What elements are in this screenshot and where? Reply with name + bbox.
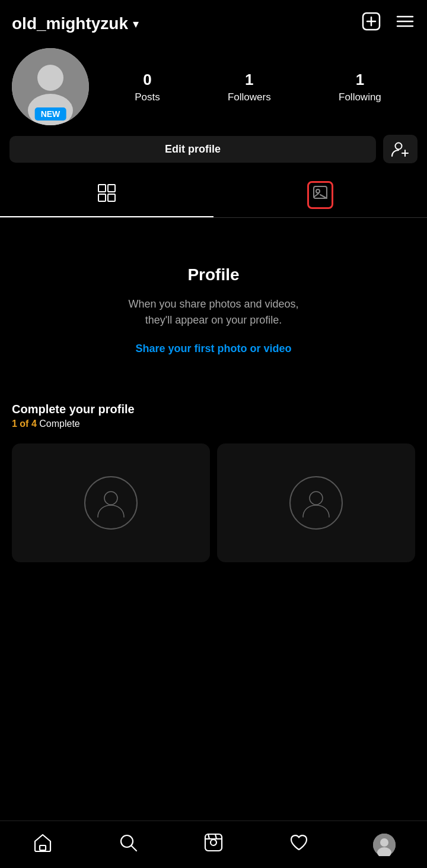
header-left: old_mightyzuk ▾: [12, 14, 139, 33]
stats-container: 0 Posts 1 Followers 1 Following: [101, 71, 415, 103]
tagged-icon: [307, 181, 333, 209]
svg-line-28: [208, 834, 209, 839]
search-icon: [118, 832, 138, 857]
nav-search[interactable]: [110, 827, 146, 863]
progress-colored: 1 of 4: [12, 419, 37, 429]
nav-heart[interactable]: [281, 827, 317, 863]
svg-point-20: [104, 492, 117, 505]
svg-rect-16: [314, 186, 327, 198]
following-stat[interactable]: 1 Following: [339, 71, 381, 103]
following-label: Following: [339, 91, 381, 103]
complete-profile-section: Complete your profile 1 of 4 Complete: [0, 391, 427, 443]
new-badge: NEW: [35, 107, 66, 121]
share-first-photo-link[interactable]: Share your first photo or video: [135, 343, 291, 355]
nav-profile[interactable]: [367, 827, 402, 863]
complete-profile-progress: 1 of 4 Complete: [12, 419, 415, 429]
svg-line-29: [215, 834, 216, 839]
profile-cards-row: [0, 443, 427, 562]
add-friend-button[interactable]: [383, 135, 418, 163]
bottom-nav: [0, 821, 427, 868]
posts-count: 0: [143, 71, 151, 89]
svg-rect-15: [108, 194, 115, 201]
svg-point-21: [310, 492, 323, 505]
complete-profile-title: Complete your profile: [12, 403, 415, 416]
menu-icon[interactable]: [395, 11, 415, 36]
tab-grid[interactable]: [0, 173, 214, 217]
chevron-down-icon[interactable]: ▾: [133, 17, 139, 31]
svg-rect-12: [98, 185, 106, 192]
profile-card-1[interactable]: [12, 443, 210, 562]
empty-state-title: Profile: [187, 265, 239, 284]
svg-point-17: [316, 189, 320, 193]
nav-reels[interactable]: [196, 827, 231, 863]
svg-rect-13: [108, 185, 115, 192]
svg-point-23: [121, 835, 133, 847]
reels-icon: [203, 832, 224, 857]
followers-count: 1: [245, 71, 253, 89]
add-post-icon[interactable]: [361, 11, 382, 36]
header: old_mightyzuk ▾: [0, 0, 427, 42]
buttons-row: Edit profile: [0, 135, 427, 173]
edit-profile-button[interactable]: Edit profile: [9, 136, 376, 163]
tabs-row: [0, 173, 427, 218]
empty-state-description: When you share photos and videos,they'll…: [128, 296, 298, 328]
card-avatar-icon-2: [289, 476, 343, 530]
svg-point-26: [211, 840, 216, 845]
posts-label: Posts: [135, 91, 160, 103]
svg-rect-25: [205, 834, 222, 851]
svg-point-31: [380, 838, 388, 847]
profile-card-2[interactable]: [217, 443, 415, 562]
svg-point-7: [37, 65, 63, 91]
progress-rest: Complete: [37, 419, 80, 429]
followers-stat[interactable]: 1 Followers: [228, 71, 271, 103]
heart-icon: [289, 832, 309, 857]
svg-line-24: [132, 846, 136, 851]
profile-avatar-nav: [373, 834, 396, 856]
grid-icon: [97, 183, 116, 207]
svg-point-9: [396, 143, 402, 150]
svg-line-18: [314, 194, 318, 197]
card-avatar-icon-1: [84, 476, 138, 530]
followers-label: Followers: [228, 91, 271, 103]
header-right: [361, 11, 415, 36]
svg-rect-22: [40, 845, 46, 850]
avatar-container[interactable]: NEW: [12, 48, 89, 125]
following-count: 1: [356, 71, 364, 89]
tab-tagged[interactable]: [214, 173, 427, 217]
nav-home[interactable]: [25, 827, 60, 863]
posts-stat[interactable]: 0 Posts: [135, 71, 160, 103]
svg-rect-14: [98, 194, 106, 201]
username-label[interactable]: old_mightyzuk: [12, 14, 128, 33]
profile-empty-state: Profile When you share photos and videos…: [0, 218, 427, 391]
profile-section: NEW 0 Posts 1 Followers 1 Following: [0, 42, 427, 135]
home-icon: [33, 832, 53, 857]
